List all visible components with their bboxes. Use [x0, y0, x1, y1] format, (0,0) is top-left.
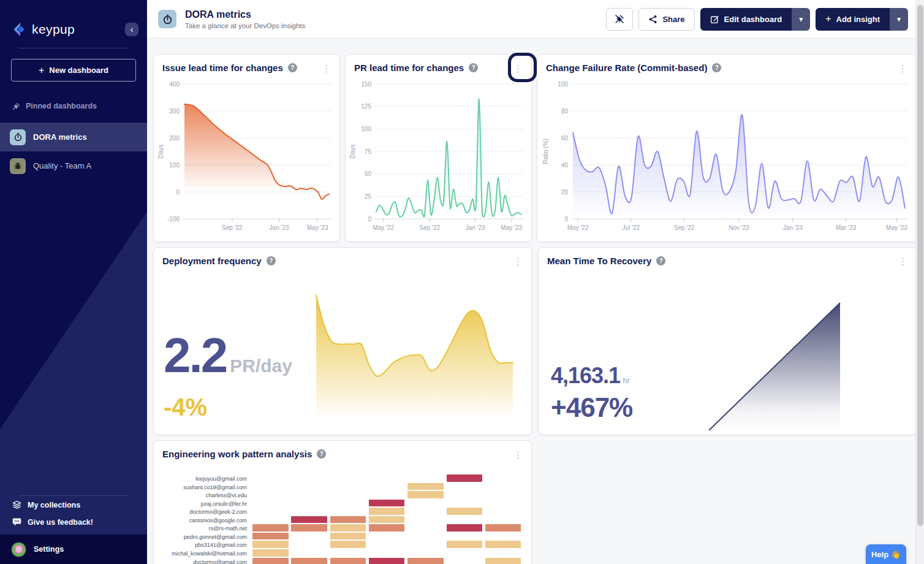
svg-text:100: 100	[361, 126, 371, 132]
heatmap-row-label: cantonios@google.com	[157, 517, 247, 524]
help-icon[interactable]: ?	[656, 256, 665, 265]
pinned-dashboards-header: Pinned dashboards	[12, 102, 97, 110]
help-icon[interactable]: ?	[469, 63, 478, 72]
keypup-logo-icon	[10, 21, 26, 37]
svg-text:0: 0	[368, 216, 371, 223]
add-insight-button[interactable]: + Add insight	[816, 8, 890, 31]
deployment-frequency-sparkline	[315, 287, 514, 417]
new-dashboard-button[interactable]: + New dashboard	[11, 59, 136, 82]
divider	[18, 495, 129, 496]
bug-icon	[10, 158, 26, 174]
card-title: Engineering work pattern analysis	[162, 449, 312, 459]
svg-text:Jan '23: Jan '23	[466, 224, 485, 231]
metric-unit: hr	[623, 376, 630, 385]
settings-button[interactable]: Settings	[0, 535, 147, 564]
heatmap-cell	[252, 524, 289, 532]
page-subtitle: Take a glance at your DevOps insights	[185, 22, 305, 29]
heatmap-cell	[252, 549, 289, 557]
chevron-down-icon: ▾	[897, 15, 901, 23]
svg-text:40: 40	[561, 162, 569, 169]
header-actions: Share Edit dashboard ▾ + Add insight ▾	[606, 8, 908, 31]
heatmap-cell	[485, 524, 521, 532]
deployment-frequency-metric: 2.2 PR/day	[164, 327, 292, 384]
edit-dashboard-split-button: Edit dashboard ▾	[700, 8, 811, 31]
card-menu-button[interactable]: ⋮	[896, 61, 910, 75]
svg-text:50: 50	[365, 170, 372, 177]
help-button[interactable]: Help 👋	[866, 544, 906, 564]
heatmap-cell	[407, 491, 444, 498]
card-title: PR lead time for changes	[354, 63, 464, 73]
heatmap-row-label: juraj.orsulic@fer.hr	[157, 500, 247, 508]
add-insight-split-button: + Add insight ▾	[816, 8, 908, 31]
metric-value: 4,163.1	[551, 363, 620, 389]
sidebar-item-my-collections[interactable]: My collections	[12, 500, 80, 509]
pr-lead-time-chart: 1501251007550250May '22Sep '22Jan '23May…	[348, 77, 529, 238]
svg-text:Jul '22: Jul '22	[623, 224, 640, 231]
heatmap-cell	[369, 516, 405, 524]
card-mean-time-to-recovery: Mean Time To Recovery ? ⋮ 4,163.1 hr +46…	[538, 247, 917, 435]
issue-lead-time-chart: 4003002001000-100Sep '22Jan '23May '23Da…	[156, 77, 338, 238]
svg-text:60: 60	[561, 135, 569, 142]
help-icon[interactable]: ?	[267, 256, 276, 265]
svg-text:200: 200	[169, 135, 180, 142]
stopwatch-icon	[10, 129, 26, 145]
feedback-label: Give us feedback!	[28, 518, 93, 527]
card-change-failure-rate: Change Failure Rate (Commit-based) ? ⋮ 1…	[537, 54, 917, 242]
edit-dashboard-dropdown-button[interactable]: ▾	[792, 8, 810, 31]
help-icon[interactable]: ?	[712, 63, 721, 72]
sidebar-item-dora-metrics[interactable]: DORA metrics	[0, 123, 147, 151]
heatmap-row-label: doctormo@gmail.com	[157, 558, 247, 564]
sidebar: keypup ‹ + New dashboard Pinned dashboar…	[0, 0, 147, 564]
svg-text:Ratio (%): Ratio (%)	[542, 139, 549, 164]
help-icon[interactable]: ?	[317, 449, 326, 459]
svg-text:25: 25	[365, 193, 372, 200]
plus-icon: +	[39, 65, 44, 76]
metric-value: 2.2	[164, 327, 226, 384]
svg-text:150: 150	[361, 81, 371, 88]
sidebar-item-quality-team-a[interactable]: Quality - Team A	[0, 151, 147, 180]
change-failure-rate-chart: 100806040200May '22Jul '22Sep '22Nov '22…	[541, 77, 914, 238]
card-menu-button[interactable]: ⋮	[511, 254, 525, 269]
avatar	[11, 542, 26, 557]
card-issue-lead-time: Issue lead time for changes ? ⋮ 40030020…	[153, 54, 340, 242]
scrollbar-thumb[interactable]	[917, 5, 923, 526]
heatmap-row-label: doctormo@geek-2.com	[157, 508, 247, 516]
heatmap-row-label: sushant.co19@gmail.com	[157, 484, 247, 491]
heatmap-cell	[447, 474, 483, 482]
sidebar-item-feedback[interactable]: Give us feedback!	[12, 517, 93, 527]
card-header: Engineering work pattern analysis ?	[154, 441, 531, 459]
sidebar-collapse-button[interactable]: ‹	[125, 23, 138, 36]
unpin-button[interactable]	[606, 8, 633, 31]
heatmap-cell	[291, 524, 327, 532]
svg-text:80: 80	[561, 108, 569, 115]
add-insight-dropdown-button[interactable]: ▾	[890, 8, 908, 31]
heatmap-cell	[369, 524, 405, 532]
heatmap-cell	[252, 533, 289, 540]
card-menu-button[interactable]: ⋮	[319, 61, 333, 75]
share-icon	[648, 15, 657, 24]
card-menu-button[interactable]: ⋮	[896, 254, 910, 269]
chat-icon	[12, 517, 21, 527]
card-title: Deployment frequency	[162, 256, 262, 266]
sidebar-diagonal-decoration	[0, 0, 147, 564]
mttr-ramp-chart	[708, 299, 844, 430]
card-menu-button[interactable]: ⋮	[511, 448, 525, 462]
unpin-icon	[615, 14, 624, 24]
svg-text:Sep '22: Sep '22	[222, 224, 243, 231]
share-button[interactable]: Share	[638, 8, 694, 31]
svg-text:Days: Days	[349, 145, 356, 159]
edit-icon	[710, 15, 719, 24]
scrollbar[interactable]	[915, 0, 924, 564]
heatmap-row-label: leejuyuu@gmail.com	[157, 475, 247, 482]
heatmap-cell	[447, 541, 483, 548]
card-menu-button[interactable]: ⋮	[511, 61, 525, 75]
plus-icon: +	[825, 13, 831, 25]
svg-text:Sep '22: Sep '22	[674, 224, 695, 231]
edit-dashboard-button[interactable]: Edit dashboard	[700, 8, 792, 31]
metric-delta: -4%	[164, 394, 207, 421]
keypup-logo[interactable]: keypup	[10, 18, 75, 40]
heatmap-cell	[291, 558, 327, 564]
card-pr-lead-time: PR lead time for changes ? ⋮ 15012510075…	[345, 54, 532, 242]
help-icon[interactable]: ?	[288, 63, 297, 72]
heatmap-cell	[291, 516, 327, 524]
